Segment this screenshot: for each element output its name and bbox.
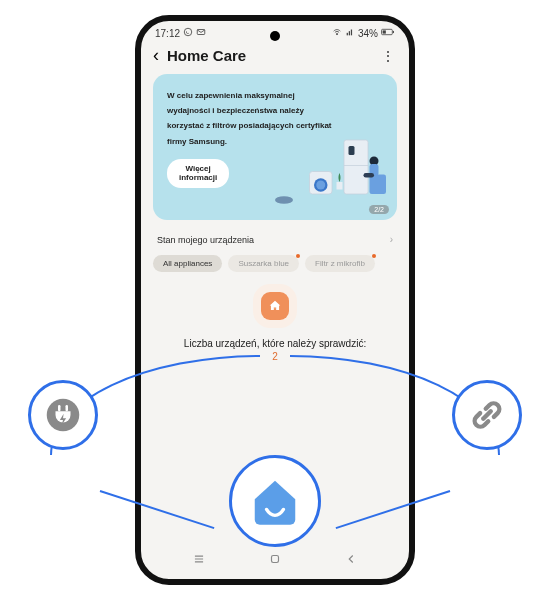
- banner-page-indicator: 2/2: [369, 205, 389, 214]
- chip-filter[interactable]: Filtr z mikrofib: [305, 255, 375, 272]
- chip-label: Filtr z mikrofib: [315, 259, 365, 268]
- wifi-icon: [332, 27, 342, 39]
- signal-icon: [345, 27, 355, 39]
- more-info-button[interactable]: Więcej informacji: [167, 159, 229, 188]
- alert-home-icon: [261, 292, 289, 320]
- device-status-label: Stan mojego urządzenia: [157, 235, 254, 245]
- chip-label: All appliances: [163, 259, 212, 268]
- chip-dryer[interactable]: Suszarka blue: [228, 255, 299, 272]
- svg-rect-29: [66, 405, 69, 411]
- svg-rect-11: [349, 146, 355, 155]
- hub-left-bubble[interactable]: [28, 380, 98, 450]
- battery-icon: [381, 27, 395, 39]
- svg-point-14: [316, 181, 325, 190]
- alert-text: Liczba urządzeń, które należy sprawdzić:: [184, 338, 366, 349]
- app-header: ‹ Home Care ⋮: [141, 39, 409, 74]
- status-time: 17:12: [155, 28, 180, 39]
- svg-point-0: [184, 28, 192, 36]
- camera-notch: [270, 31, 280, 41]
- svg-rect-4: [349, 31, 350, 35]
- svg-rect-8: [383, 30, 386, 33]
- mail-icon: [196, 27, 206, 39]
- alert-count: 2: [272, 351, 278, 362]
- android-nav-bar: [141, 548, 409, 573]
- svg-rect-20: [337, 182, 343, 190]
- hub-right-bubble[interactable]: [452, 380, 522, 450]
- notification-dot: [372, 254, 376, 258]
- filter-chip-row: All appliances Suszarka blue Filtr z mik…: [153, 255, 397, 272]
- chevron-right-icon: ›: [390, 234, 393, 245]
- back-icon[interactable]: ‹: [153, 45, 159, 66]
- hub-center-bubble[interactable]: [229, 455, 321, 547]
- alert-panel: Liczba urządzeń, które należy sprawdzić:…: [141, 292, 409, 362]
- svg-rect-5: [351, 30, 352, 36]
- svg-rect-7: [393, 31, 394, 33]
- page-title: Home Care: [167, 47, 373, 64]
- battery-text: 34%: [358, 28, 378, 39]
- chip-all-appliances[interactable]: All appliances: [153, 255, 222, 272]
- promo-banner[interactable]: W celu zapewnienia maksymalnej wydajnośc…: [153, 74, 397, 220]
- banner-illustration: [269, 134, 389, 212]
- home-smile-icon: [248, 474, 302, 528]
- android-back-button[interactable]: [344, 552, 358, 569]
- svg-point-2: [336, 33, 337, 34]
- notification-dot: [296, 254, 300, 258]
- recent-apps-button[interactable]: [192, 552, 206, 569]
- whatsapp-icon: [183, 27, 193, 39]
- svg-rect-9: [344, 140, 368, 194]
- overflow-menu-icon[interactable]: ⋮: [381, 48, 395, 64]
- svg-point-22: [274, 307, 275, 308]
- svg-point-15: [275, 196, 293, 204]
- svg-rect-26: [272, 556, 279, 563]
- plug-energy-icon: [43, 395, 83, 435]
- svg-rect-19: [364, 173, 375, 178]
- device-status-row[interactable]: Stan mojego urządzenia ›: [157, 234, 393, 245]
- link-icon: [467, 395, 507, 435]
- svg-rect-28: [58, 405, 61, 411]
- svg-rect-3: [347, 33, 348, 36]
- home-button[interactable]: [268, 552, 282, 569]
- svg-rect-21: [274, 304, 275, 306]
- chip-label: Suszarka blue: [238, 259, 289, 268]
